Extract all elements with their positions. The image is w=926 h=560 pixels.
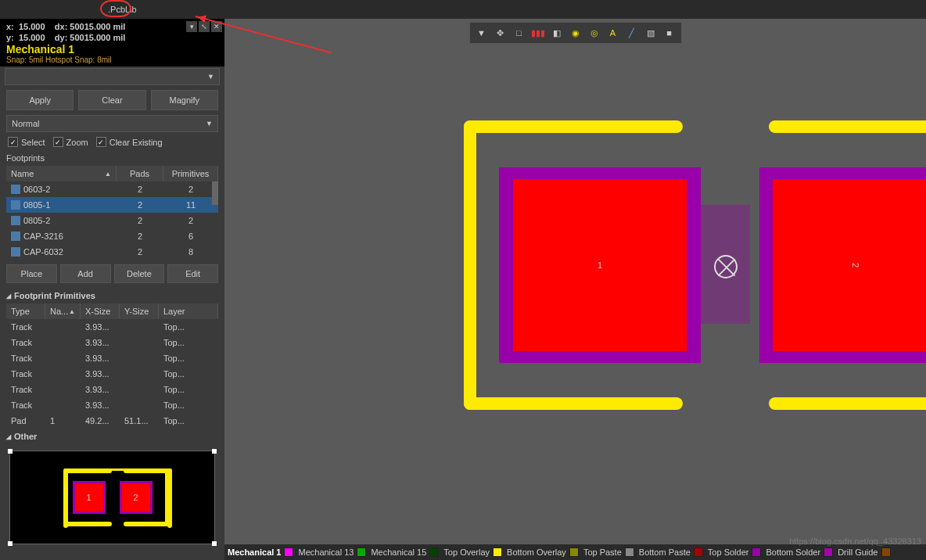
chevron-down-icon: ▼ (207, 73, 214, 81)
layer-tab[interactable]: Bottom Solder (766, 547, 833, 557)
footprint-view: 1 2 (464, 120, 926, 410)
clear-existing-checkbox[interactable]: ✓Clear Existing (96, 137, 163, 147)
primitives-section-header[interactable]: ◢ Footprint Primitives (0, 288, 224, 303)
table-row[interactable]: Track3.93...Top... (6, 319, 218, 335)
footprint-icon (11, 216, 20, 225)
preview-pad-1: 1 (73, 481, 106, 514)
col-xsize[interactable]: X-Size (81, 303, 120, 319)
table-row[interactable]: 0805-222 (6, 213, 218, 228)
zoom-checkbox[interactable]: ✓Zoom (53, 137, 88, 147)
table-row[interactable]: 0603-222 (6, 181, 218, 197)
via-tool-icon[interactable]: ◎ (586, 24, 603, 41)
table-row[interactable]: Track3.93...Top... (6, 335, 218, 350)
table-row[interactable]: CAP-603228 (6, 244, 218, 260)
other-section-header[interactable]: ◢ Other (0, 429, 224, 444)
coordinate-readout: x: 15.000 dx: 50015.000 mil y: 15.000 dy… (0, 19, 224, 66)
preview-pad-2: 2 (120, 481, 153, 514)
mask-dropdown[interactable]: ▼ (5, 68, 220, 85)
fill-tool-icon[interactable]: ■ (661, 24, 678, 41)
title-bar: .PcbLib (0, 0, 926, 19)
filter-tool-icon[interactable]: ▼ (473, 24, 490, 41)
layer-tab[interactable]: Top Overlay (443, 547, 502, 557)
layer-tab[interactable]: Bottom Overlay (507, 547, 579, 557)
panel-close-icon[interactable]: ✕ (211, 21, 222, 32)
watermark: https://blog.csdn.net/qq_43328313 (789, 537, 921, 546)
canvas-toolbar: ▼ ✥ □ ▮▮▮ ◧ ◉ ◎ A ╱ ▧ ■ (469, 22, 682, 44)
layer-tab[interactable]: Drill Guide (838, 547, 890, 557)
edit-button[interactable]: Edit (167, 264, 218, 283)
move-tool-icon[interactable]: ✥ (492, 24, 509, 41)
text-tool-icon[interactable]: A (605, 24, 622, 41)
footprints-header: Footprints (0, 150, 224, 166)
table-row[interactable]: Track3.93...Top... (6, 350, 218, 366)
align-tool-icon[interactable]: ▮▮▮ (529, 24, 547, 41)
layer-tab[interactable]: Mechanical 1 (228, 547, 293, 557)
table-row[interactable]: Track3.93...Top... (6, 382, 218, 397)
table-row[interactable]: 0805-1211 (6, 197, 218, 213)
col-layer[interactable]: Layer (159, 303, 218, 319)
pad-1: 1 (499, 167, 701, 363)
snap-label: Snap: 5mil Hotspot Snap: 8mil (6, 56, 218, 64)
select-checkbox[interactable]: ✓Select (8, 137, 45, 147)
col-type[interactable]: Type (6, 303, 45, 319)
table-row[interactable]: Track3.93...Top... (6, 397, 218, 413)
panel-menu-icon[interactable]: ▾ (186, 21, 197, 32)
scrollbar-thumb[interactable] (212, 181, 218, 205)
collapse-icon: ◢ (6, 433, 11, 440)
line-tool-icon[interactable]: ╱ (623, 24, 641, 41)
chevron-down-icon: ▼ (206, 120, 213, 127)
document-tab[interactable]: .PcbLib (102, 2, 143, 17)
panel-pin-icon[interactable]: ⤡ (199, 21, 210, 32)
footprint-icon (11, 247, 20, 257)
footprint-icon (11, 232, 20, 241)
origin-marker (714, 255, 738, 278)
filter-mode-select[interactable]: Normal ▼ (6, 115, 218, 132)
col-na[interactable]: Na...▲ (45, 303, 81, 319)
layer-tab[interactable]: Bottom Paste (639, 547, 703, 557)
pad-2: 2 (759, 167, 926, 363)
layer-tab[interactable]: Mechanical 15 (371, 547, 439, 557)
delete-button[interactable]: Delete (114, 264, 165, 283)
footprint-icon (11, 200, 20, 210)
col-pads[interactable]: Pads (117, 166, 163, 181)
collapse-icon: ◢ (6, 293, 11, 300)
table-row[interactable]: Track3.93...Top... (6, 366, 218, 382)
tab-label: .PcbLib (108, 5, 137, 14)
footprint-preview: 1 2 (9, 451, 215, 544)
table-row[interactable]: CAP-321626 (6, 228, 218, 244)
pad-tool-icon[interactable]: ◉ (567, 24, 584, 41)
layer-bar: Mechanical 1Mechanical 13Mechanical 15To… (224, 544, 926, 560)
region-tool-icon[interactable]: ▧ (642, 24, 659, 41)
current-layer-label: Mechanical 1 (6, 43, 218, 56)
pcb-canvas[interactable]: ▼ ✥ □ ▮▮▮ ◧ ◉ ◎ A ╱ ▧ ■ 1 (224, 19, 926, 560)
layer-tab[interactable]: Mechanical 13 (298, 547, 366, 557)
side-panel: x: 15.000 dx: 50015.000 mil y: 15.000 dy… (0, 19, 224, 560)
magnify-button[interactable]: Magnify (151, 90, 218, 110)
footprints-table: Name▲ Pads Primitives 0603-2220805-12110… (6, 166, 218, 260)
place-button[interactable]: Place (6, 264, 57, 283)
col-primitives[interactable]: Primitives (163, 166, 218, 181)
erase-tool-icon[interactable]: ◧ (548, 24, 565, 41)
add-button[interactable]: Add (60, 264, 111, 283)
primitives-table: Type Na...▲ X-Size Y-Size Layer Track3.9… (6, 303, 218, 429)
col-name[interactable]: Name▲ (6, 166, 117, 181)
select-tool-icon[interactable]: □ (511, 24, 528, 41)
layer-tab[interactable]: Top Paste (583, 547, 634, 557)
footprint-icon (11, 185, 20, 194)
clear-button[interactable]: Clear (78, 90, 145, 110)
apply-button[interactable]: Apply (6, 90, 74, 110)
table-row[interactable]: Pad149.2...51.1...Top... (6, 413, 218, 429)
layer-tab[interactable]: Top Solder (708, 547, 762, 557)
col-ysize[interactable]: Y-Size (120, 303, 159, 319)
